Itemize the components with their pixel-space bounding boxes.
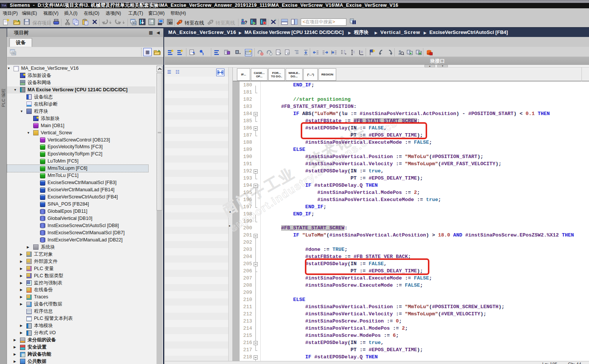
svg-text:✱: ✱ xyxy=(6,18,9,22)
svg-text:✱: ✱ xyxy=(249,49,252,53)
svg-text:?: ? xyxy=(245,20,247,25)
svg-text:RT: RT xyxy=(169,22,173,25)
svg-text:✱: ✱ xyxy=(180,49,183,53)
svg-text:✱: ✱ xyxy=(171,49,174,53)
svg-text:01: 01 xyxy=(133,22,136,25)
svg-text:✱: ✱ xyxy=(372,49,375,53)
svg-text:01: 01 xyxy=(12,52,15,55)
